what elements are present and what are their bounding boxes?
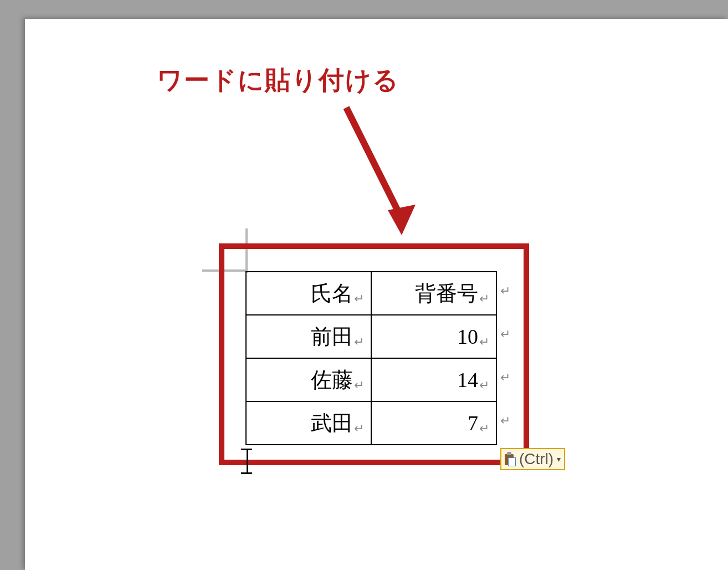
document-page: ワードに貼り付ける 氏名↵ 背番号↵ 前田↵ 10↵ 佐藤↵ 14↵ 武田↵ 7… — [25, 19, 728, 570]
annotation-arrow — [335, 102, 435, 241]
paste-options-button[interactable]: (Ctrl) ▾ — [500, 448, 565, 470]
paragraph-mark-icon: ↵ — [479, 421, 489, 436]
data-cell[interactable]: 武田↵ — [246, 401, 371, 445]
row-end-mark-icon: ↵ — [500, 327, 510, 342]
paragraph-mark-icon: ↵ — [479, 292, 489, 306]
row-end-mark-icon: ↵ — [500, 370, 510, 385]
table-anchor-horizontal — [202, 269, 247, 272]
svg-marker-1 — [388, 205, 416, 235]
text-cursor-caps — [245, 449, 249, 474]
paragraph-mark-icon: ↵ — [479, 378, 489, 393]
header-cell-number[interactable]: 背番号↵ — [371, 272, 496, 315]
data-cell[interactable]: 佐藤↵ — [246, 358, 371, 401]
data-cell[interactable]: 14↵ — [371, 358, 496, 401]
data-cell[interactable]: 前田↵ — [246, 315, 371, 358]
paragraph-mark-icon: ↵ — [354, 335, 364, 349]
table-row: 佐藤↵ 14↵ — [246, 358, 496, 401]
paragraph-mark-icon: ↵ — [354, 421, 364, 436]
pasted-table[interactable]: 氏名↵ 背番号↵ 前田↵ 10↵ 佐藤↵ 14↵ 武田↵ 7↵ — [245, 271, 497, 445]
paragraph-mark-icon: ↵ — [354, 292, 364, 306]
table-row: 氏名↵ 背番号↵ — [246, 272, 496, 315]
chevron-down-icon: ▾ — [557, 455, 561, 464]
data-cell[interactable]: 10↵ — [371, 315, 496, 358]
table-anchor-vertical — [245, 228, 248, 273]
table-row: 前田↵ 10↵ — [246, 315, 496, 358]
clipboard-icon — [504, 452, 517, 466]
annotation-title: ワードに貼り付ける — [157, 63, 399, 98]
paste-options-label: (Ctrl) — [519, 450, 553, 468]
row-end-mark-icon: ↵ — [500, 414, 510, 428]
paragraph-mark-icon: ↵ — [354, 378, 364, 393]
data-cell[interactable]: 7↵ — [371, 401, 496, 445]
table-row: 武田↵ 7↵ — [246, 401, 496, 445]
row-end-mark-icon: ↵ — [500, 284, 510, 298]
header-cell-name[interactable]: 氏名↵ — [246, 272, 371, 315]
paragraph-mark-icon: ↵ — [479, 335, 489, 349]
svg-line-0 — [346, 108, 402, 218]
